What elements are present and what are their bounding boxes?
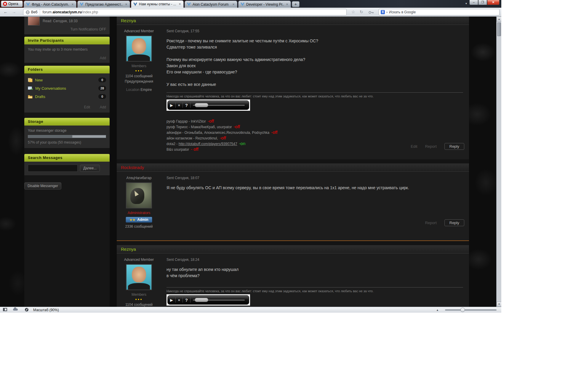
stop-icon[interactable]: ■: [178, 298, 180, 302]
web-badge[interactable]: Веб: [23, 9, 40, 15]
bookmark-star-icon[interactable]: ☆: [351, 9, 355, 14]
vertical-scrollbar[interactable]: ▲ ▼: [496, 17, 501, 307]
tab-close-icon[interactable]: ×: [232, 2, 235, 7]
folder-item-drafts[interactable]: Drafts 0: [28, 92, 106, 101]
dotabuff-link[interactable]: http://dotabuff.com/players/93907547: [179, 142, 237, 146]
opera-browser-window: Opera Флуд - Aion Cataclysm... × Предлаг…: [0, 0, 501, 313]
invite-add-link[interactable]: Add: [100, 56, 106, 60]
storage-progress-bar: [28, 135, 106, 138]
new-tab-button[interactable]: +: [292, 1, 300, 7]
tab-close-icon[interactable]: ×: [285, 2, 289, 7]
turn-notifications-link[interactable]: Turn Notifications OFF: [71, 27, 106, 31]
post-author-panel: АтецНагибатар Administrators ★★ Admin 23…: [117, 172, 161, 229]
storage-header: Storage: [24, 118, 110, 126]
tab-developer[interactable]: Developer - Viewing Pr... ×: [238, 1, 291, 8]
volume-slider-thumb: [195, 103, 208, 107]
post-author[interactable]: Rocksteady: [121, 165, 144, 170]
status-row: айон катаклизм - Reznuvotknul,-off: [167, 135, 463, 141]
member-group: Administrators: [117, 211, 161, 215]
search-messages-box: Search Messages Далее...: [24, 154, 110, 175]
search-placeholder: Искать в Google: [389, 10, 416, 14]
report-link[interactable]: Report: [425, 144, 437, 149]
tab-predlagayu[interactable]: Предлагаю Админист... ×: [77, 1, 130, 8]
forum-favicon-icon: [26, 2, 30, 7]
tab-nam-nuzhny-otvety-active[interactable]: Нам нужны ответы - ... ×: [131, 0, 184, 8]
reply-button[interactable]: Reply: [444, 143, 464, 150]
scroll-up-icon[interactable]: ▲: [497, 17, 501, 22]
play-icon[interactable]: ▶: [170, 298, 173, 302]
reply-button[interactable]: Reply: [444, 219, 464, 226]
disable-messenger-button[interactable]: Disable Messenger: [24, 182, 61, 189]
address-field[interactable]: Веб forum.aioncataclysm.ru/index.php: [23, 9, 347, 15]
volume-slider[interactable]: [193, 103, 247, 107]
invite-participants-box: Invite Participants You may invite up to…: [24, 37, 110, 63]
opera-menu-button[interactable]: Opera: [1, 1, 23, 7]
member-title: Advanced Member: [117, 29, 161, 33]
stop-icon[interactable]: ■: [178, 103, 180, 107]
help-icon[interactable]: ?: [185, 298, 188, 303]
restore-button[interactable]: ❐: [478, 0, 487, 5]
play-icon[interactable]: ▶: [170, 103, 173, 107]
notification-box: Read: Сегодня, 18:33 Turn Notifications …: [24, 17, 110, 34]
message-body: ну так обнулите ап всем кто нарушал в чё…: [167, 266, 463, 279]
opera-turbo-icon[interactable]: [25, 308, 28, 311]
search-next-button[interactable]: Далее...: [80, 165, 100, 172]
folder-count-badge: 0: [98, 78, 106, 82]
avatar[interactable]: [126, 182, 152, 208]
web-badge-label: Веб: [31, 10, 37, 14]
search-engine-dropdown-icon[interactable]: ▾: [386, 11, 388, 14]
google-search-field[interactable]: 8 ▾ Искать в Google: [379, 9, 500, 15]
folder-label: Drafts: [35, 94, 96, 99]
edit-link[interactable]: Edit: [411, 144, 417, 149]
report-link[interactable]: Report: [425, 221, 437, 225]
opera-unite-cloud-icon[interactable]: [13, 309, 18, 311]
page-viewport: Read: Сегодня, 18:33 Turn Notifications …: [0, 17, 501, 307]
invite-participants-header: Invite Participants: [24, 37, 110, 44]
tab-list-dropdown-icon[interactable]: ▾: [465, 2, 467, 5]
forward-button[interactable]: →: [11, 9, 17, 15]
back-button[interactable]: ←: [2, 9, 9, 15]
folder-item-new[interactable]: New 0: [28, 76, 106, 84]
folders-header: Folders: [24, 66, 110, 73]
member-title: Advanced Member: [117, 258, 161, 262]
titlebar-right: ▾ – ❐ ✕: [465, 0, 500, 5]
post-author[interactable]: Reznya: [121, 18, 136, 23]
zoom-slider[interactable]: [445, 309, 497, 311]
desktop: Opera Флуд - Aion Cataclysm... × Предлаг…: [0, 0, 573, 392]
tab-aion-forum[interactable]: Aion Cataclysm Forum ×: [185, 1, 237, 8]
post-count: 1104 сообщений: [117, 303, 161, 307]
address-bar: ← → Веб forum.aioncataclysm.ru/index.php…: [0, 8, 501, 17]
signature-divider: [167, 287, 463, 287]
folders-add-link[interactable]: Add: [100, 105, 106, 109]
tab-close-icon[interactable]: ×: [178, 2, 182, 6]
tab-label: Developer - Viewing Pr...: [246, 2, 284, 7]
folder-icon: [28, 95, 33, 99]
folders-edit-link[interactable]: Edit: [84, 105, 90, 109]
fit-width-icon[interactable]: ▲: [436, 309, 439, 311]
status-flag: -on: [239, 141, 246, 146]
password-key-icon[interactable]: [369, 10, 374, 15]
avatar[interactable]: [126, 36, 152, 62]
close-button[interactable]: ✕: [487, 0, 500, 5]
sync-icon[interactable]: ↻: [360, 9, 363, 14]
conversation-thread: Reznya Advanced Member Members ●●● 1104 …: [117, 17, 469, 307]
scrollbar-thumb[interactable]: [497, 23, 501, 36]
avatar[interactable]: [126, 264, 152, 290]
member-group: Members: [117, 293, 161, 297]
minimize-button[interactable]: –: [469, 0, 478, 5]
scroll-down-icon[interactable]: ▼: [497, 302, 501, 307]
search-messages-input[interactable]: [28, 165, 78, 172]
tab-close-icon[interactable]: ×: [124, 2, 128, 7]
folder-item-my-conversations[interactable]: My Conversations 28: [28, 84, 106, 92]
tab-close-icon[interactable]: ×: [71, 2, 74, 7]
participant-avatar: [28, 17, 40, 25]
status-row: айонфри - Огоньбаба, Апокалипсес,Reznuvo…: [167, 130, 463, 135]
panels-toggle-icon[interactable]: [3, 308, 7, 311]
help-icon[interactable]: ?: [185, 103, 188, 108]
zoom-slider-thumb[interactable]: [460, 308, 465, 312]
tab-flud[interactable]: Флуд - Aion Cataclysm... ×: [24, 1, 76, 8]
zoom-level-text[interactable]: Масштаб (90%): [33, 308, 59, 312]
location-line: Location Empire: [117, 88, 161, 92]
post-author[interactable]: Reznya: [121, 247, 136, 252]
volume-slider[interactable]: [193, 298, 247, 302]
